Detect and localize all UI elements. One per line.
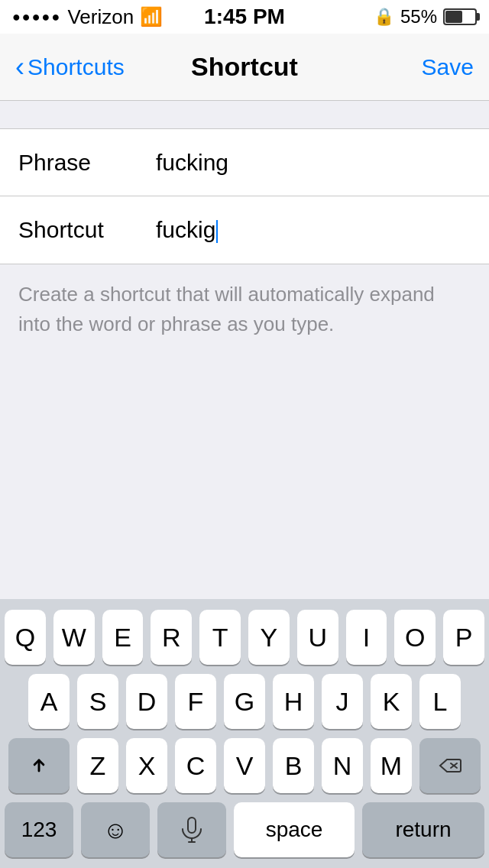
key-123[interactable]: 123	[5, 802, 73, 857]
description-text: Create a shortcut that will automaticall…	[0, 264, 489, 355]
mic-key[interactable]	[157, 802, 226, 857]
key-f[interactable]: F	[175, 674, 216, 729]
key-b[interactable]: B	[273, 738, 314, 793]
battery-percent: 55%	[400, 6, 437, 28]
shortcut-row: Shortcut fuckig	[0, 196, 489, 264]
shift-key[interactable]	[8, 738, 70, 793]
key-m[interactable]: M	[371, 738, 412, 793]
phrase-input[interactable]	[156, 150, 471, 176]
key-d[interactable]: D	[126, 674, 167, 729]
key-p[interactable]: P	[443, 610, 484, 665]
key-z[interactable]: Z	[77, 738, 118, 793]
back-label: Shortcuts	[28, 54, 125, 80]
key-q[interactable]: Q	[5, 610, 46, 665]
status-right: 🔒 55%	[374, 6, 477, 28]
key-j[interactable]: J	[322, 674, 363, 729]
keyboard-bottom-row: 123 ☺ space return	[0, 798, 489, 868]
key-c[interactable]: C	[175, 738, 216, 793]
key-u[interactable]: U	[297, 610, 338, 665]
shift-icon	[28, 755, 50, 776]
text-cursor	[216, 220, 218, 243]
save-button[interactable]: Save	[422, 54, 474, 80]
lock-icon: 🔒	[374, 7, 394, 27]
nav-title: Shortcut	[191, 52, 298, 82]
key-n[interactable]: N	[322, 738, 363, 793]
return-key[interactable]: return	[362, 802, 484, 857]
key-x[interactable]: X	[126, 738, 167, 793]
key-e[interactable]: E	[102, 610, 144, 665]
key-h[interactable]: H	[273, 674, 314, 729]
emoji-icon: ☺	[103, 816, 128, 844]
keyboard: Q W E R T Y U I O P A S D F G H J K L	[0, 599, 489, 868]
back-button[interactable]: ‹ Shortcuts	[15, 53, 125, 81]
key-a[interactable]: A	[28, 674, 70, 729]
key-w[interactable]: W	[53, 610, 95, 665]
delete-key[interactable]	[419, 738, 481, 793]
key-y[interactable]: Y	[248, 610, 290, 665]
key-s[interactable]: S	[77, 674, 118, 729]
form-section: Phrase Shortcut fuckig	[0, 128, 489, 264]
key-l[interactable]: L	[419, 674, 461, 729]
key-row-1: Q W E R T Y U I O P	[5, 610, 484, 665]
key-row-2: A S D F G H J K L	[5, 674, 484, 729]
top-spacer	[0, 101, 489, 128]
status-bar: ●●●●● Verizon 📶 1:45 PM 🔒 55%	[0, 0, 489, 34]
nav-bar: ‹ Shortcuts Shortcut Save	[0, 34, 489, 101]
key-i[interactable]: I	[346, 610, 387, 665]
key-g[interactable]: G	[224, 674, 265, 729]
battery-icon	[443, 8, 477, 25]
shortcut-label: Shortcut	[18, 217, 156, 243]
delete-icon	[439, 756, 461, 775]
status-time: 1:45 PM	[204, 5, 285, 29]
status-left: ●●●●● Verizon 📶	[12, 5, 163, 29]
emoji-key[interactable]: ☺	[81, 802, 150, 857]
shortcut-value: fuckig	[156, 217, 218, 243]
chevron-left-icon: ‹	[15, 53, 24, 81]
phrase-row: Phrase	[0, 129, 489, 196]
wifi-icon: 📶	[140, 6, 163, 28]
space-key[interactable]: space	[234, 802, 355, 857]
key-r[interactable]: R	[151, 610, 192, 665]
svg-rect-3	[188, 818, 196, 833]
signal-dots: ●●●●●	[12, 9, 61, 25]
phrase-label: Phrase	[18, 150, 156, 176]
carrier-label: Verizon	[67, 5, 134, 29]
key-v[interactable]: V	[224, 738, 265, 793]
key-row-3: Z X C V B N M	[5, 738, 484, 793]
key-t[interactable]: T	[199, 610, 241, 665]
mic-icon	[182, 817, 202, 843]
key-o[interactable]: O	[394, 610, 436, 665]
key-k[interactable]: K	[371, 674, 412, 729]
keyboard-rows: Q W E R T Y U I O P A S D F G H J K L	[0, 599, 489, 798]
